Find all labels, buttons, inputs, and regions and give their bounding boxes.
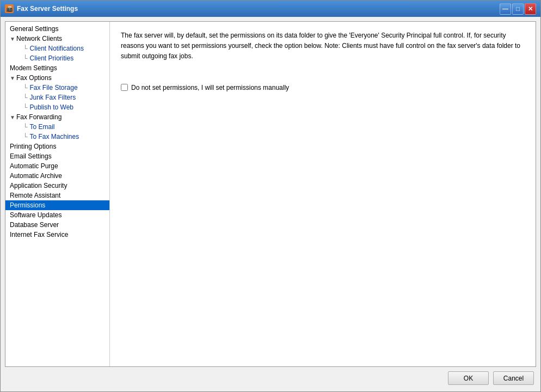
sidebar-item-internet-fax-service[interactable]: Internet Fax Service (5, 230, 109, 240)
sidebar-item-publish-to-web[interactable]: └ Publish to Web (5, 102, 109, 112)
tree-dash-client-notifications: └ (23, 45, 28, 52)
sidebar-label-client-notifications: Client Notifications (30, 45, 84, 52)
sidebar-label-fax-forwarding: Fax Forwarding (16, 113, 62, 121)
tree-dash-to-fax-machines: └ (23, 133, 28, 140)
title-buttons: — □ ✕ (500, 3, 536, 15)
sidebar-label-printing-options: Printing Options (10, 143, 56, 150)
tree-dash-junk-fax-filters: └ (23, 94, 28, 101)
sidebar-label-database-server: Database Server (10, 221, 59, 229)
sidebar-label-modem-settings: Modem Settings (10, 64, 57, 72)
sidebar-item-software-updates[interactable]: Software Updates (5, 210, 109, 220)
permissions-checkbox-label[interactable]: Do not set permissions, I will set permi… (131, 84, 289, 91)
sidebar-item-to-fax-machines[interactable]: └ To Fax Machines (5, 132, 109, 142)
sidebar-label-automatic-purge: Automatic Purge (10, 162, 58, 170)
sidebar-item-permissions[interactable]: Permissions (5, 200, 109, 210)
window-title: Fax Server Settings (17, 5, 500, 13)
sidebar-item-automatic-purge[interactable]: Automatic Purge (5, 161, 109, 171)
tree-dash-client-priorities: └ (23, 54, 28, 62)
sidebar-item-to-email[interactable]: └ To Email (5, 122, 109, 132)
expand-icon-network-clients: ▼ (10, 36, 15, 42)
expand-icon-fax-forwarding: ▼ (10, 114, 15, 120)
app-icon: 📠 (5, 4, 14, 13)
sidebar-item-fax-file-storage[interactable]: └ Fax File Storage (5, 83, 109, 93)
sidebar-item-printing-options[interactable]: Printing Options (5, 142, 109, 151)
sidebar-item-general-settings[interactable]: General Settings (5, 24, 109, 34)
sidebar-item-automatic-archive[interactable]: Automatic Archive (5, 171, 109, 181)
sidebar-label-general-settings: General Settings (10, 25, 58, 33)
maximize-button[interactable]: □ (512, 3, 524, 15)
sidebar-label-application-security: Application Security (10, 182, 67, 189)
sidebar-item-database-server[interactable]: Database Server (5, 220, 109, 230)
sidebar-item-fax-options[interactable]: ▼ Fax Options (5, 73, 109, 83)
close-button[interactable]: ✕ (525, 3, 536, 15)
sidebar-label-fax-file-storage: Fax File Storage (30, 84, 78, 91)
main-area: General Settings▼ Network Clients└ Clien… (5, 21, 536, 367)
checkbox-row: Do not set permissions, I will set permi… (121, 84, 525, 91)
sidebar-label-internet-fax-service: Internet Fax Service (10, 231, 68, 238)
sidebar-item-application-security[interactable]: Application Security (5, 181, 109, 191)
cancel-button[interactable]: Cancel (493, 371, 534, 385)
sidebar-item-network-clients[interactable]: ▼ Network Clients (5, 34, 109, 44)
content-panel: The fax server will, by default, set the… (110, 22, 536, 366)
permissions-checkbox[interactable] (121, 84, 128, 91)
sidebar-item-client-priorities[interactable]: └ Client Priorities (5, 53, 109, 63)
sidebar-label-network-clients: Network Clients (16, 35, 62, 42)
expand-icon-fax-options: ▼ (10, 75, 15, 81)
sidebar-label-software-updates: Software Updates (10, 211, 62, 219)
sidebar-label-remote-assistant: Remote Assistant (10, 192, 60, 199)
main-window: 📠 Fax Server Settings — □ ✕ General Sett… (0, 0, 541, 392)
title-bar: 📠 Fax Server Settings — □ ✕ (1, 1, 540, 17)
sidebar-label-publish-to-web: Publish to Web (30, 103, 74, 111)
tree-dash-to-email: └ (23, 123, 28, 131)
sidebar-item-client-notifications[interactable]: └ Client Notifications (5, 44, 109, 53)
tree-dash-publish-to-web: └ (23, 103, 28, 111)
sidebar-label-to-fax-machines: To Fax Machines (30, 133, 79, 140)
sidebar-label-junk-fax-filters: Junk Fax Filters (30, 94, 76, 101)
sidebar-item-junk-fax-filters[interactable]: └ Junk Fax Filters (5, 93, 109, 102)
sidebar-label-permissions: Permissions (10, 201, 45, 209)
permissions-description: The fax server will, by default, set the… (121, 30, 525, 62)
ok-button[interactable]: OK (448, 371, 489, 385)
sidebar-label-fax-options: Fax Options (16, 74, 52, 82)
bottom-bar: OK Cancel (5, 367, 536, 387)
minimize-button[interactable]: — (500, 3, 511, 15)
sidebar-label-email-settings: Email Settings (10, 152, 52, 160)
sidebar-item-fax-forwarding[interactable]: ▼ Fax Forwarding (5, 112, 109, 122)
sidebar-label-to-email: To Email (30, 123, 55, 131)
window-content: General Settings▼ Network Clients└ Clien… (1, 17, 540, 391)
sidebar-item-remote-assistant[interactable]: Remote Assistant (5, 191, 109, 200)
sidebar: General Settings▼ Network Clients└ Clien… (5, 22, 110, 366)
tree-dash-fax-file-storage: └ (23, 84, 28, 91)
sidebar-item-email-settings[interactable]: Email Settings (5, 151, 109, 161)
sidebar-item-modem-settings[interactable]: Modem Settings (5, 63, 109, 73)
sidebar-label-automatic-archive: Automatic Archive (10, 172, 62, 180)
sidebar-label-client-priorities: Client Priorities (30, 54, 74, 62)
